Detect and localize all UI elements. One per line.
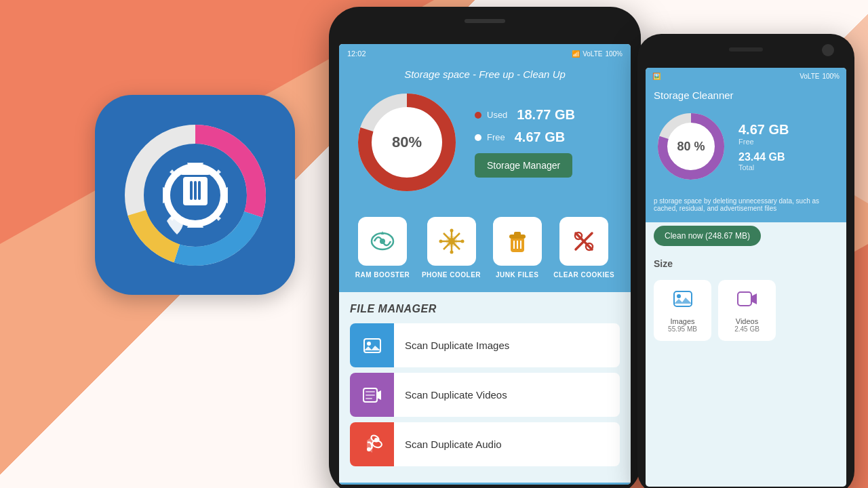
svg-point-47 xyxy=(374,438,378,442)
donut-legend: Used 18.77 GB Free 4.67 GB Storage Manag… xyxy=(475,107,575,178)
used-dot xyxy=(475,112,481,119)
status-bar: 12:02 📶 VoLTE 100% xyxy=(339,44,631,63)
svg-rect-10 xyxy=(194,181,197,200)
size-grid: Images 55.95 MB Videos 2.45 GB xyxy=(646,273,846,348)
images-icon-svg xyxy=(362,336,382,356)
action-clear-cookies[interactable]: CLEAR COOKIES xyxy=(553,217,614,279)
donut-chart: 80% xyxy=(353,88,461,197)
second-donut-percent: 80 % xyxy=(677,140,705,154)
free-dot xyxy=(475,134,481,141)
ram-booster-label: RAM BOOSTER xyxy=(355,271,410,279)
free-label: Free xyxy=(487,132,505,142)
clear-cookies-icon xyxy=(570,228,597,255)
svg-rect-54 xyxy=(738,292,751,306)
signal-text: VoLTE xyxy=(583,50,602,58)
file-item-images[interactable]: Scan Duplicate Images xyxy=(350,323,620,367)
svg-point-53 xyxy=(677,294,681,298)
app-content: Storage space - Free up - Clean Up 80% xyxy=(339,63,631,485)
second-donut-section: 80 % 4.67 GB Free 23.44 GB Total xyxy=(646,109,846,194)
phone-cooler-icon-box xyxy=(427,217,476,266)
clear-cookies-icon-box xyxy=(559,217,608,266)
phone-second: 🖼️ VoLTE 100% Storage Cleanner 80 % 4.67… xyxy=(637,34,854,488)
second-stats: 4.67 GB Free 23.44 GB Total xyxy=(738,122,789,171)
images-label: Scan Duplicate Images xyxy=(394,340,520,351)
file-item-audio[interactable]: Scan Duplicate Audio xyxy=(350,422,620,466)
app-icon-svg xyxy=(121,121,270,270)
second-description: p storage space by deleting unnecessary … xyxy=(646,194,846,222)
junk-files-label: JUNK FILES xyxy=(496,271,538,279)
file-item-videos[interactable]: Scan Duplicate Videos xyxy=(350,373,620,417)
svg-rect-11 xyxy=(198,181,201,200)
audio-label: Scan Duplicate Audio xyxy=(394,439,513,450)
ram-booster-icon-box xyxy=(358,217,407,266)
junk-files-icon-box xyxy=(493,217,542,266)
action-phone-cooler[interactable]: PHONE COOLER xyxy=(422,217,481,279)
size-images-icon xyxy=(662,288,703,314)
second-free-value: 4.67 GB xyxy=(738,122,789,138)
ram-booster-icon xyxy=(369,228,396,255)
size-item-videos[interactable]: Videos 2.45 GB xyxy=(718,280,776,341)
used-value: 18.77 GB xyxy=(517,107,575,123)
size-item-images[interactable]: Images 55.95 MB xyxy=(654,280,711,341)
legend-free: Free 4.67 GB xyxy=(475,129,575,145)
junk-files-icon xyxy=(504,228,531,255)
app-title: Storage space - Free up - Clean Up xyxy=(339,63,631,88)
second-free-label: Free xyxy=(738,138,789,146)
second-app-title: Storage Cleanner xyxy=(646,84,846,109)
svg-rect-30 xyxy=(514,232,521,236)
action-ram-booster[interactable]: RAM BOOSTER xyxy=(355,217,410,279)
svg-point-24 xyxy=(450,229,453,232)
second-total-value: 23.44 GB xyxy=(738,151,789,163)
phone-main: 12:02 📶 VoLTE 100% Storage space - Free … xyxy=(329,7,641,488)
svg-point-25 xyxy=(450,251,453,254)
second-status-right: VoLTE 100% xyxy=(800,73,840,80)
used-label: Used xyxy=(487,110,507,120)
size-videos-label: Videos xyxy=(726,317,768,325)
second-battery: 100% xyxy=(822,73,840,80)
svg-point-46 xyxy=(367,447,371,451)
storage-manager-button[interactable]: Storage Manager xyxy=(475,153,572,178)
donut-center-percent: 80% xyxy=(392,134,422,151)
free-value: 4.67 GB xyxy=(515,129,565,145)
size-title: Size xyxy=(646,253,846,273)
svg-rect-7 xyxy=(189,163,202,171)
svg-point-26 xyxy=(439,240,442,243)
status-time: 12:02 xyxy=(347,49,366,58)
size-videos-icon xyxy=(726,288,768,314)
phone-cooler-icon xyxy=(438,228,465,255)
battery-text: 100% xyxy=(605,50,623,58)
wifi-icon: 📶 xyxy=(572,50,580,58)
size-videos-value: 2.45 GB xyxy=(726,325,768,333)
svg-rect-9 xyxy=(190,181,193,200)
svg-rect-52 xyxy=(674,291,692,306)
file-manager-title: FILE MANAGER xyxy=(350,303,620,315)
images-icon xyxy=(350,323,394,367)
status-right: 📶 VoLTE 100% xyxy=(572,50,623,58)
videos-icon xyxy=(350,373,394,417)
legend-used: Used 18.77 GB xyxy=(475,107,575,123)
phone-camera xyxy=(822,44,834,56)
svg-point-17 xyxy=(380,239,385,244)
second-total-label: Total xyxy=(738,163,789,171)
clean-button[interactable]: Clean now (248.67 MB) xyxy=(654,226,761,246)
size-images-label: Images xyxy=(662,317,703,325)
videos-label: Scan Duplicate Videos xyxy=(394,389,518,401)
phone-cooler-label: PHONE COOLER xyxy=(422,271,481,279)
second-status-bar: 🖼️ VoLTE 100% xyxy=(646,68,846,84)
clear-cookies-label: CLEAR COOKIES xyxy=(553,271,614,279)
file-manager-section: FILE MANAGER Scan Duplicate Images xyxy=(339,292,631,483)
second-status-img: 🖼️ xyxy=(652,73,660,80)
audio-icon xyxy=(350,422,394,466)
phone-second-screen: 🖼️ VoLTE 100% Storage Cleanner 80 % 4.67… xyxy=(646,68,846,487)
donut-section: 80% Used 18.77 GB Free 4.67 GB Storage M… xyxy=(339,88,631,210)
phone-notch xyxy=(465,19,505,23)
svg-point-27 xyxy=(460,240,464,243)
audio-icon-svg xyxy=(362,434,382,455)
size-videos-svg xyxy=(736,288,758,310)
svg-point-39 xyxy=(367,342,371,346)
svg-rect-42 xyxy=(366,394,375,396)
action-junk-files[interactable]: JUNK FILES xyxy=(493,217,542,279)
quick-actions: RAM BOOSTER xyxy=(339,210,631,292)
second-donut-chart: 80 % xyxy=(654,109,728,184)
svg-rect-41 xyxy=(366,391,375,392)
